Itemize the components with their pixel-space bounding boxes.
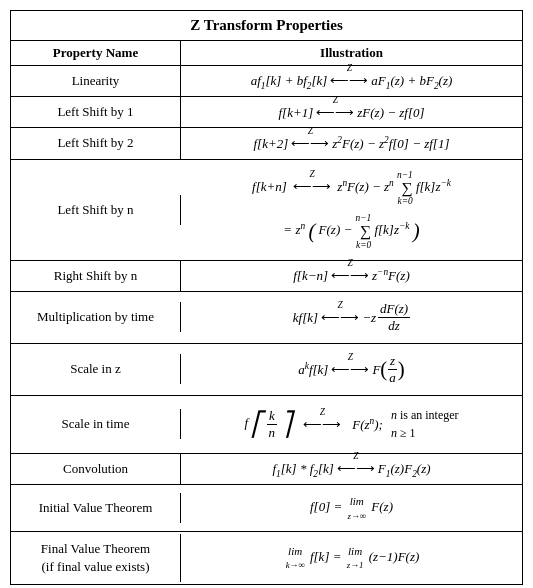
prop-fvt: Final Value Theorem (if final value exis… <box>11 534 181 582</box>
row-fvt: Final Value Theorem (if final value exis… <box>11 532 522 584</box>
illus-left-shift-n: f[k+n] Z ⟵⟶ znF(z) − zn n−1 ∑ k=0 f[k]z−… <box>181 160 522 260</box>
table-title: Z Transform Properties <box>11 11 522 41</box>
illus-left-shift-2: f[k+2] Z ⟵⟶ z2F(z) − z2f[0] − zf[1] <box>181 129 522 159</box>
prop-linearity: Linearity <box>11 66 181 96</box>
illus-mult-time: kf[k] Z ⟵⟶ −z dF(z) dz <box>181 293 522 341</box>
illus-fvt: lim k→∞ f[k] = lim z→1 (z−1)F(z) <box>181 535 522 581</box>
prop-left-shift-2: Left Shift by 2 <box>11 128 181 158</box>
row-mult-time: Multiplication by time kf[k] Z ⟵⟶ −z dF(… <box>11 292 522 344</box>
prop-ivt: Initial Value Theorem <box>11 493 181 523</box>
illus-convolution: f1[k] * f2[k] Z ⟵⟶ F1(z)F2(z) <box>181 454 522 484</box>
prop-scale-time: Scale in time <box>11 409 181 439</box>
illus-right-shift-n: f[k−n] Z ⟵⟶ z−nF(z) <box>181 261 522 291</box>
column-headers: Property Name Illustration <box>11 41 522 66</box>
illus-linearity: af1[k] + bf2[k] Z ⟵⟶ aF1(z) + bF2(z) <box>181 66 522 96</box>
prop-convolution: Convolution <box>11 454 181 484</box>
ztransform-table: Z Transform Properties Property Name Ill… <box>10 10 523 585</box>
row-left-shift-1: Left Shift by 1 f[k+1] Z ⟵⟶ zF(z) − zf[0… <box>11 97 522 128</box>
illus-scale-time: f ⎡ k n ⎤ Z ⟵⟶ F(zn); n is an integer n … <box>181 398 522 450</box>
prop-mult-time: Multiplication by time <box>11 302 181 332</box>
prop-right-shift-n: Right Shift by n <box>11 261 181 291</box>
row-scale-time: Scale in time f ⎡ k n ⎤ Z ⟵⟶ F(zn); <box>11 396 522 454</box>
row-convolution: Convolution f1[k] * f2[k] Z ⟵⟶ F1(z)F2(z… <box>11 454 522 485</box>
row-left-shift-n: Left Shift by n f[k+n] Z ⟵⟶ znF(z) − zn … <box>11 160 522 261</box>
row-ivt: Initial Value Theorem f[0] = lim z→∞ F(z… <box>11 485 522 532</box>
illus-scale-z: akf[k] Z ⟵⟶ F ( z a ) <box>181 345 522 393</box>
header-property: Property Name <box>11 41 181 65</box>
row-left-shift-2: Left Shift by 2 f[k+2] Z ⟵⟶ z2F(z) − z2f… <box>11 128 522 159</box>
row-linearity: Linearity af1[k] + bf2[k] Z ⟵⟶ aF1(z) + … <box>11 66 522 97</box>
prop-scale-z: Scale in z <box>11 354 181 384</box>
row-scale-z: Scale in z akf[k] Z ⟵⟶ F ( z a ) <box>11 344 522 396</box>
illus-left-shift-1: f[k+1] Z ⟵⟶ zF(z) − zf[0] <box>181 98 522 128</box>
illus-ivt: f[0] = lim z→∞ F(z) <box>181 485 522 531</box>
row-right-shift-n: Right Shift by n f[k−n] Z ⟵⟶ z−nF(z) <box>11 261 522 292</box>
prop-left-shift-1: Left Shift by 1 <box>11 97 181 127</box>
prop-left-shift-n: Left Shift by n <box>11 195 181 225</box>
